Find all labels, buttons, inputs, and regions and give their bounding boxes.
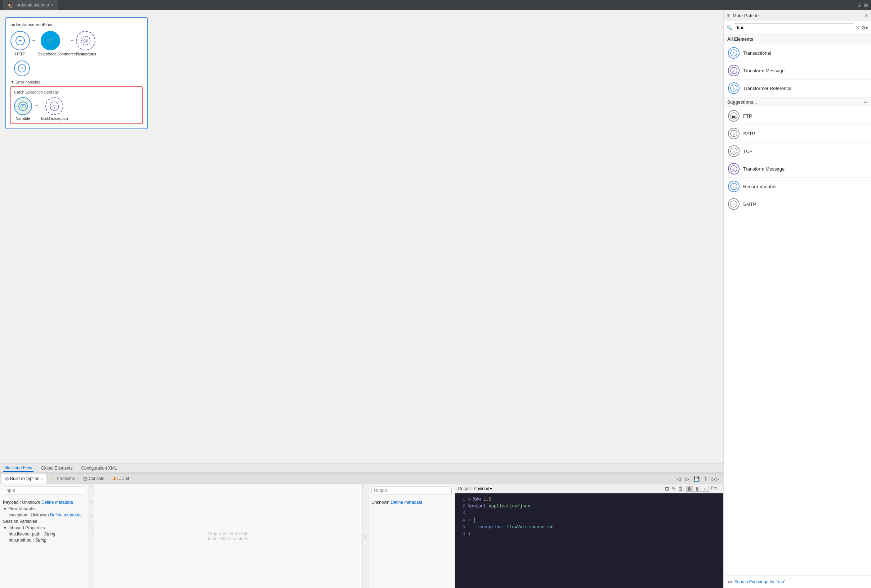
define-metadata-link-output[interactable]: Define metadata (391, 500, 422, 505)
split-view-left[interactable]: ▓ (686, 486, 693, 491)
variable-node[interactable]: Variable (14, 97, 32, 121)
line-content-2: %output application/json (468, 503, 720, 510)
svg-text:⟲: ⟲ (732, 51, 736, 55)
exchange-icon: ∞ (728, 579, 732, 585)
help-button[interactable]: ? (702, 475, 708, 482)
code-line-3: 3 --- (458, 510, 720, 517)
right-palette: ⊞ Mule Palette × 🔍 ✕ ⚙▾ All Elements ⟲ (723, 10, 871, 588)
svg-text:◎: ◎ (52, 103, 57, 109)
palette-title: Mule Palette (733, 13, 865, 18)
palette-item-transformer-reference[interactable]: ⊙ Transformer Reference (724, 79, 871, 97)
salesforce-node[interactable]: 🛒 SalesforceCommerceCloud (38, 31, 63, 56)
input-panel: Payload : Unknown Define metadata ▼ Flow… (0, 484, 88, 588)
palette-search-area: 🔍 ✕ ⚙▾ (724, 21, 871, 34)
exchange-link[interactable]: ∞ Search Exchange for 'tran' (728, 579, 867, 585)
palette-item-tcp[interactable]: ⚙ TCP (724, 142, 871, 160)
svg-text:🛒: 🛒 (48, 37, 54, 43)
palette-item-sftp[interactable]: 🗂 SFTP (724, 125, 871, 142)
transactional-label: Transactional (743, 51, 771, 56)
palette-item-transactional[interactable]: ⟲ Transactional (724, 44, 871, 62)
http-node[interactable]: ⇄ HTTP (10, 31, 30, 56)
payload-dropdown[interactable]: Payload ▾ (474, 486, 492, 491)
input-search-area (0, 484, 88, 497)
forward-button[interactable]: ▷ (684, 475, 690, 482)
palette-search-input[interactable] (734, 23, 854, 32)
exchange-link-label: Search Exchange for 'tran' (734, 579, 785, 584)
output-search[interactable] (371, 487, 452, 494)
transformer-reference-label: Transformer Reference (743, 86, 792, 91)
tab-message-flow[interactable]: Message Flow (3, 464, 33, 472)
left-scroll-connector (88, 484, 94, 588)
output-panel: Unknown Define metadata (368, 484, 455, 588)
palette-close-button[interactable]: × (865, 12, 868, 19)
payload-item: Payload : Unknown Define metadata (3, 500, 85, 505)
right-connector-dot (364, 535, 367, 537)
arrow-1: → (31, 37, 36, 43)
line-content-4: ⊟ { (468, 517, 720, 524)
panel-tab-bar: ◎ Build exception × ⚠ Problems ▤ Console… (0, 473, 723, 484)
drag-hint: Drag-and-Drop fieldsto build the transfo… (208, 531, 248, 541)
maximize-icon[interactable]: ⊠ (864, 2, 868, 8)
dashed-connector: → (64, 37, 74, 43)
delete-icon[interactable]: 🗑 (678, 486, 683, 491)
top-bar: 🦅 orderstatusdemo × ⊟ ⊠ (0, 0, 871, 10)
problems-icon: ⚠ (51, 476, 55, 481)
catch-arrow: → (34, 103, 39, 108)
save-button[interactable]: 💾 (692, 475, 701, 482)
code-body[interactable]: 1 ⊟ %dw 1.0 2 %output application/json (455, 493, 723, 588)
panel-content: Payload : Unknown Define metadata ▼ Flow… (0, 484, 723, 588)
palette-item-record-variable[interactable]: X Record Variable (724, 178, 871, 196)
panel-tab-build-exception[interactable]: ◎ Build exception × (1, 473, 47, 484)
back-button[interactable]: ◁ (675, 475, 682, 482)
collapse-button[interactable]: ▷▷ (709, 475, 720, 482)
preview-label: Pre... (711, 486, 720, 491)
tab-configuration-xml[interactable]: Configuration XML (79, 465, 118, 472)
catch-title: Catch Exception Strategy (14, 90, 139, 94)
transform-icon: ◎ (728, 65, 739, 76)
build-exception-tab-icon: ◎ (5, 476, 9, 481)
connector-dot-3 (90, 514, 93, 517)
minimize-icon[interactable]: ⊟ (857, 2, 862, 8)
clear-search-button[interactable]: ✕ (856, 25, 860, 31)
lone-http-node[interactable]: ⇄ (14, 60, 30, 76)
inbound-properties-section: ▼ Inbound Properties http.listener.path … (3, 525, 85, 543)
file-tab[interactable]: 🦅 orderstatusdemo × (3, 0, 58, 10)
code-line-5: 5 exception: flowVars.exception (458, 524, 720, 531)
palette-item-transform-message[interactable]: ◎ Transform Message (724, 62, 871, 79)
lone-http-icon: ⇄ (14, 60, 30, 76)
palette-item-ftp[interactable]: 📷 FTP (724, 107, 871, 125)
panel-tab-problems[interactable]: ⚠ Problems (48, 473, 79, 484)
connector-dot-1 (90, 487, 93, 490)
panel-tab-console[interactable]: ▤ Console (79, 473, 108, 484)
panel-tab-junit[interactable]: Ju JUnit (109, 473, 133, 484)
inbound-properties-label: ▼ Inbound Properties (3, 525, 85, 530)
palette-item-smtp[interactable]: ✉ SMTP (724, 196, 871, 213)
input-search[interactable] (3, 487, 85, 494)
define-metadata-link-exception[interactable]: Define metadata (50, 512, 82, 518)
edit-icon[interactable]: ✎ (672, 486, 676, 491)
build-exception-node[interactable]: ◎ Build exception (41, 97, 68, 121)
settings-button[interactable]: ⚙▾ (861, 25, 868, 31)
transform-message-2-label: Transform Message (743, 166, 784, 172)
tab-global-elements[interactable]: Global Elements (39, 465, 74, 472)
build-exception-tab-close[interactable]: × (41, 477, 43, 481)
tcp-label: TCP (743, 149, 753, 154)
tab-close-button[interactable]: × (51, 3, 53, 7)
all-elements-header: All Elements (724, 34, 871, 44)
line-content-5: exception: flowVars.exception (468, 524, 720, 531)
add-icon[interactable]: ⊞ (665, 486, 669, 491)
catch-nodes: Variable → ◎ (14, 97, 139, 121)
line-num-1: 1 (458, 496, 465, 503)
line-num-6: 6 (458, 531, 465, 537)
suggestions-back-button[interactable]: ↩ (864, 100, 867, 105)
code-header: Output Payload ▾ ⊞ ✎ 🗑 ▓ ▓ (455, 484, 723, 493)
junit-label: JUnit (119, 476, 129, 481)
build-status-node[interactable]: ◎ Build status (76, 31, 96, 56)
define-metadata-link-payload[interactable]: Define metadata (42, 500, 73, 505)
transform-message-label: Transform Message (743, 68, 784, 73)
output-label: Output (458, 486, 471, 491)
build-status-label: Build status (76, 52, 96, 56)
split-view-mid[interactable]: ▓ (694, 486, 701, 491)
full-view[interactable]: □ (702, 486, 709, 491)
palette-item-transform-message-2[interactable]: ◎ Transform Message (724, 160, 871, 178)
